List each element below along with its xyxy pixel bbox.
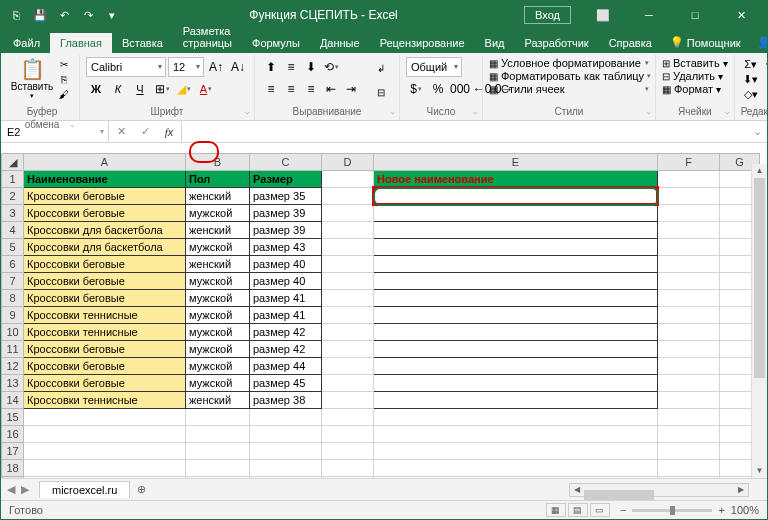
col-header-E[interactable]: E	[374, 154, 658, 171]
wrap-text-icon[interactable]: ↲	[369, 57, 393, 79]
cell[interactable]	[374, 409, 658, 426]
row-header[interactable]: 9	[2, 307, 24, 324]
percent-icon[interactable]: %	[428, 79, 448, 99]
cell-e13[interactable]	[374, 375, 658, 392]
expand-formula-bar-icon[interactable]: ⌄	[747, 125, 767, 138]
tab-layout[interactable]: Разметка страницы	[173, 21, 242, 53]
cell[interactable]: мужской	[186, 307, 250, 324]
cell[interactable]	[658, 205, 720, 222]
cell[interactable]	[658, 358, 720, 375]
cell[interactable]: мужской	[186, 324, 250, 341]
border-icon[interactable]: ⊞	[152, 79, 172, 99]
cell[interactable]	[374, 426, 658, 443]
cell[interactable]	[24, 426, 186, 443]
tab-view[interactable]: Вид	[475, 33, 515, 53]
vertical-scrollbar[interactable]: ▲▼	[751, 164, 767, 478]
accounting-icon[interactable]: $	[406, 79, 426, 99]
cell-e12[interactable]	[374, 358, 658, 375]
align-bottom-icon[interactable]: ⬇	[301, 57, 321, 77]
cell[interactable]	[658, 460, 720, 477]
cell-e2[interactable]	[374, 188, 658, 205]
cell[interactable]	[322, 171, 374, 188]
grow-font-icon[interactable]: A↑	[206, 57, 226, 77]
sort-filter-icon[interactable]: ᴬ▾	[763, 57, 768, 71]
row-header[interactable]: 15	[2, 409, 24, 426]
tab-developer[interactable]: Разработчик	[515, 33, 599, 53]
indent-inc-icon[interactable]: ⇥	[341, 79, 361, 99]
cell[interactable]	[322, 375, 374, 392]
cell[interactable]	[658, 426, 720, 443]
cell[interactable]	[322, 188, 374, 205]
cell[interactable]	[658, 341, 720, 358]
autosum-icon[interactable]: Σ▾	[741, 57, 761, 71]
cell[interactable]	[322, 460, 374, 477]
cell[interactable]	[658, 307, 720, 324]
view-normal-icon[interactable]: ▦	[546, 503, 566, 517]
maximize-button[interactable]: □	[673, 1, 717, 29]
col-header-C[interactable]: C	[250, 154, 322, 171]
cell-e6[interactable]	[374, 256, 658, 273]
cell[interactable]: женский	[186, 222, 250, 239]
cell-e9[interactable]	[374, 307, 658, 324]
cell[interactable]	[322, 273, 374, 290]
cell[interactable]: Пол	[186, 171, 250, 188]
cell[interactable]	[250, 460, 322, 477]
name-box[interactable]: E2	[1, 121, 109, 142]
shrink-font-icon[interactable]: A↓	[228, 57, 248, 77]
row-header[interactable]: 7	[2, 273, 24, 290]
cell[interactable]: размер 41	[250, 307, 322, 324]
cell[interactable]: мужской	[186, 205, 250, 222]
col-header-F[interactable]: F	[658, 154, 720, 171]
ribbon-options-icon[interactable]: ⬜	[581, 1, 625, 29]
cell[interactable]	[658, 222, 720, 239]
tab-formulas[interactable]: Формулы	[242, 33, 310, 53]
cell[interactable]	[322, 409, 374, 426]
format-painter-icon[interactable]: 🖌	[55, 87, 73, 101]
select-all[interactable]: ◢	[2, 154, 24, 171]
view-break-icon[interactable]: ▭	[590, 503, 610, 517]
insert-cells-button[interactable]: ⊞ Вставить ▾	[662, 57, 728, 69]
insert-function-icon[interactable]: fx	[157, 121, 181, 142]
undo-icon[interactable]: ↶	[53, 4, 75, 26]
conditional-format-button[interactable]: ▦ Условное форматирование	[489, 57, 649, 69]
zoom-in-icon[interactable]: +	[718, 504, 724, 516]
italic-icon[interactable]: К	[108, 79, 128, 99]
cell[interactable]	[186, 409, 250, 426]
close-button[interactable]: ✕	[719, 1, 763, 29]
cell[interactable]	[322, 341, 374, 358]
align-center-icon[interactable]: ≡	[281, 79, 301, 99]
align-left-icon[interactable]: ≡	[261, 79, 281, 99]
cell[interactable]	[24, 443, 186, 460]
col-header-A[interactable]: A	[24, 154, 186, 171]
cell[interactable]: женский	[186, 392, 250, 409]
fill-icon[interactable]: ⬇▾	[741, 72, 761, 86]
save-icon[interactable]: 💾	[29, 4, 51, 26]
cancel-formula-icon[interactable]: ✕	[109, 121, 133, 142]
cell[interactable]: Кроссовки беговые	[24, 256, 186, 273]
cell[interactable]	[658, 239, 720, 256]
cell[interactable]: Кроссовки беговые	[24, 273, 186, 290]
cell[interactable]	[186, 460, 250, 477]
row-header[interactable]: 8	[2, 290, 24, 307]
row-header[interactable]: 12	[2, 358, 24, 375]
cell[interactable]	[250, 426, 322, 443]
cell[interactable]	[250, 443, 322, 460]
cell[interactable]: размер 41	[250, 290, 322, 307]
cell[interactable]	[186, 443, 250, 460]
cell[interactable]: мужской	[186, 273, 250, 290]
row-header[interactable]: 5	[2, 239, 24, 256]
cell[interactable]	[322, 324, 374, 341]
paste-button[interactable]: 📋Вставить▾	[11, 57, 53, 100]
login-button[interactable]: Вход	[524, 6, 571, 24]
cell[interactable]	[658, 171, 720, 188]
orientation-icon[interactable]: ⟲	[321, 57, 341, 77]
row-header[interactable]: 1	[2, 171, 24, 188]
accept-formula-icon[interactable]: ✓	[133, 121, 157, 142]
cell[interactable]	[322, 205, 374, 222]
font-color-icon[interactable]: A	[196, 79, 216, 99]
zoom-out-icon[interactable]: −	[620, 504, 626, 516]
cell[interactable]: размер 45	[250, 375, 322, 392]
cell[interactable]: Наименование	[24, 171, 186, 188]
cell-styles-button[interactable]: ▦ Стили ячеек	[489, 83, 649, 95]
row-header[interactable]: 18	[2, 460, 24, 477]
